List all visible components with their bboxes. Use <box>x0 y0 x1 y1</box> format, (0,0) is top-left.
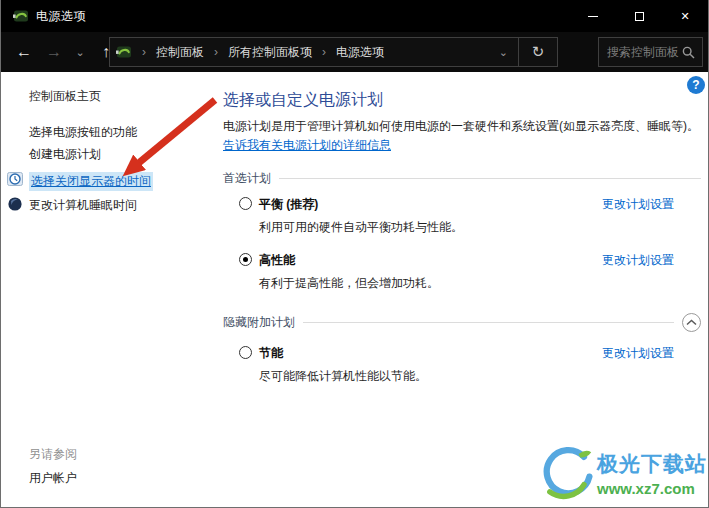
sleep-icon <box>7 196 23 212</box>
plan-desc-high-performance: 有利于提高性能，但会增加功耗。 <box>259 275 439 292</box>
section-additional-plans: 隐藏附加计划 <box>223 313 701 332</box>
plan-name-high-performance[interactable]: 高性能 <box>259 252 295 269</box>
radio-power-saver[interactable] <box>239 346 252 359</box>
maximize-button[interactable] <box>616 0 662 32</box>
minimize-icon <box>588 16 598 17</box>
plan-desc-balanced: 利用可用的硬件自动平衡功耗与性能。 <box>259 219 463 236</box>
site-watermark: 极光下载站 www.xz7.com <box>539 440 707 506</box>
radio-high-performance[interactable] <box>239 253 252 266</box>
sidebar-item-control-panel-home[interactable]: 控制面板主页 <box>29 88 101 105</box>
breadcrumb-chevron-icon: › <box>318 45 330 59</box>
breadcrumb-chevron-icon: › <box>210 45 222 59</box>
breadcrumb-all-items[interactable]: 所有控制面板项 <box>222 44 318 61</box>
breadcrumb-control-panel[interactable]: 控制面板 <box>150 44 210 61</box>
search-box[interactable] <box>598 37 703 67</box>
breadcrumb-chevron-icon: › <box>138 45 150 59</box>
close-icon: ✕ <box>680 10 689 23</box>
address-bar[interactable]: › 控制面板 › 所有控制面板项 › 电源选项 ⌄ ↻ <box>109 37 558 67</box>
sidebar-item-create-plan[interactable]: 创建电源计划 <box>29 146 101 163</box>
help-button[interactable]: ? <box>687 76 705 94</box>
breadcrumb-power-options[interactable]: 电源选项 <box>330 44 390 61</box>
refresh-button[interactable]: ↻ <box>519 43 557 61</box>
plan-details-link[interactable]: 告诉我有关电源计划的详细信息 <box>223 138 391 152</box>
sidebar-item-user-accounts[interactable]: 用户帐户 <box>29 470 77 487</box>
power-options-window: 电源选项 ✕ ← → ⌄ ↑ › 控制面板 › 所有控制面板项 › 电源选项 <box>0 0 709 508</box>
intro-text: 电源计划是用于管理计算机如何使用电源的一套硬件和系统设置(如显示器亮度、睡眠等)… <box>223 119 699 133</box>
nav-buttons: ← → ⌄ ↑ <box>11 43 119 61</box>
watermark-site-url: www.xz7.com <box>597 480 707 497</box>
see-also-header: 另请参阅 <box>29 446 77 463</box>
section-title: 隐藏附加计划 <box>223 314 295 331</box>
plan-desc-power-saver: 尽可能降低计算机性能以节能。 <box>259 368 427 385</box>
page-title: 选择或自定义电源计划 <box>223 90 383 111</box>
chevron-up-icon <box>686 319 697 326</box>
sidebar-item-power-buttons[interactable]: 选择电源按钮的功能 <box>29 124 137 141</box>
sidebar-item-turn-off-display[interactable]: 选择关闭显示器的时间 <box>29 172 153 191</box>
plan-row-high-performance: 高性能 更改计划设置 <box>223 252 701 268</box>
plan-name-power-saver[interactable]: 节能 <box>259 345 283 362</box>
radio-balanced[interactable] <box>239 197 252 210</box>
clock-display-icon <box>7 171 23 187</box>
sidebar-item-change-sleep-time[interactable]: 更改计算机睡眠时间 <box>29 197 137 214</box>
power-options-app-icon <box>13 8 29 24</box>
recent-pages-dropdown[interactable]: ⌄ <box>71 46 89 59</box>
close-button[interactable]: ✕ <box>662 0 708 32</box>
search-input[interactable] <box>599 45 682 59</box>
sidebar: 控制面板主页 选择电源按钮的功能 创建电源计划 选择关闭显示器的时间 更改计算机… <box>1 72 213 508</box>
intro-paragraph: 电源计划是用于管理计算机如何使用电源的一套硬件和系统设置(如显示器亮度、睡眠等)… <box>223 117 703 155</box>
watermark-site-name: 极光下载站 <box>597 450 707 478</box>
address-dropdown-icon[interactable]: ⌄ <box>489 46 518 59</box>
location-power-icon <box>116 44 132 60</box>
minimize-button[interactable] <box>570 0 616 32</box>
plan-name-balanced[interactable]: 平衡 (推荐) <box>259 196 318 213</box>
navigation-bar: ← → ⌄ ↑ › 控制面板 › 所有控制面板项 › 电源选项 ⌄ ↻ <box>1 32 708 72</box>
change-plan-settings-link-power-saver[interactable]: 更改计划设置 <box>602 345 674 362</box>
forward-button[interactable]: → <box>41 43 67 61</box>
window-title: 电源选项 <box>36 8 86 25</box>
search-icon[interactable] <box>682 46 695 59</box>
watermark-text: 极光下载站 www.xz7.com <box>597 450 707 497</box>
caption-buttons: ✕ <box>570 0 708 32</box>
plan-row-balanced: 平衡 (推荐) 更改计划设置 <box>223 196 701 212</box>
watermark-logo-icon <box>539 444 593 502</box>
change-plan-settings-link-balanced[interactable]: 更改计划设置 <box>602 196 674 213</box>
change-plan-settings-link-high-performance[interactable]: 更改计划设置 <box>602 252 674 269</box>
help-icon: ? <box>692 78 699 92</box>
maximize-icon <box>635 12 644 21</box>
back-button[interactable]: ← <box>11 43 37 61</box>
plan-row-power-saver: 节能 更改计划设置 <box>223 345 701 361</box>
section-preferred-plans: 首选计划 <box>223 170 701 187</box>
section-divider <box>303 322 674 323</box>
content-area: 控制面板主页 选择电源按钮的功能 创建电源计划 选择关闭显示器的时间 更改计算机… <box>1 72 708 508</box>
title-bar: 电源选项 ✕ <box>1 0 708 32</box>
section-divider <box>279 178 701 179</box>
collapse-section-button[interactable] <box>682 313 701 332</box>
section-title: 首选计划 <box>223 170 271 187</box>
